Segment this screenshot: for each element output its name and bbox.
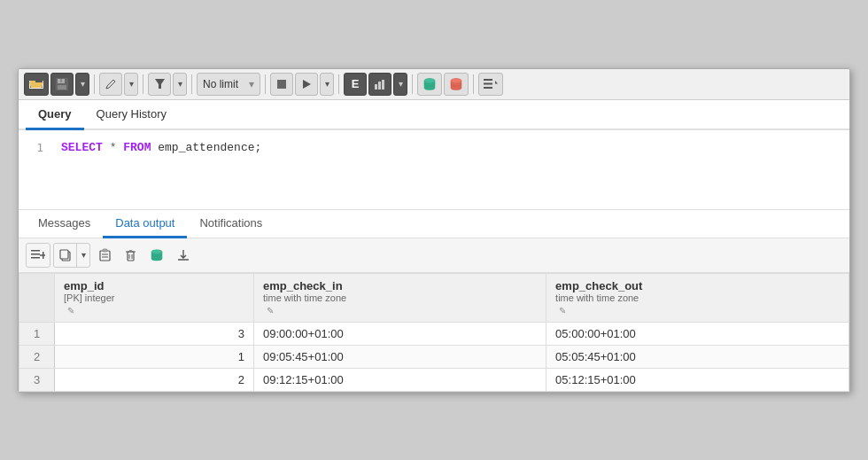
- emp-check-in-cell: 09:00:00+01:00: [253, 322, 546, 345]
- svg-rect-5: [30, 81, 35, 83]
- copy-btn[interactable]: [54, 244, 77, 267]
- svg-rect-31: [103, 249, 107, 252]
- save-data-btn[interactable]: [144, 244, 169, 267]
- emp-id-cell: 1: [55, 345, 254, 368]
- emp-check-out-header: emp_check_out time with time zone ✎: [546, 273, 849, 322]
- row-num-cell: 3: [19, 368, 55, 391]
- no-limit-label: No limit: [198, 78, 244, 90]
- emp-check-out-cell: 05:12:15+01:00: [546, 368, 849, 391]
- keyword-select: SELECT: [61, 141, 103, 154]
- code-content[interactable]: SELECT * FROM emp_attendence;: [54, 139, 849, 200]
- emp-check-in-header: emp_check_in time with time zone ✎: [253, 273, 546, 322]
- stop-btn[interactable]: [270, 73, 293, 96]
- emp-id-cell: 3: [55, 322, 254, 345]
- db2-btn[interactable]: [444, 73, 469, 96]
- svg-rect-13: [375, 84, 377, 90]
- save-dropdown-btn[interactable]: ▾: [75, 73, 89, 96]
- emp-id-header: emp_id [PK] integer ✎: [55, 273, 254, 322]
- notifications-tab[interactable]: Notifications: [187, 210, 275, 238]
- operator-star: *: [110, 141, 124, 154]
- svg-marker-10: [155, 79, 165, 89]
- svg-rect-20: [484, 79, 492, 81]
- emp-check-out-cell: 05:00:00+01:00: [546, 322, 849, 345]
- list-btn[interactable]: [478, 73, 503, 96]
- paste-btn[interactable]: [93, 244, 116, 267]
- db1-btn[interactable]: [417, 73, 442, 96]
- data-output-tab[interactable]: Data output: [103, 210, 187, 238]
- svg-rect-30: [100, 251, 110, 261]
- emp-check-in-edit-icon[interactable]: ✎: [267, 306, 274, 316]
- row-num-cell: 1: [19, 322, 55, 345]
- explain-btn[interactable]: E: [344, 73, 367, 96]
- line-numbers: 1: [19, 139, 54, 200]
- filter-dropdown-btn[interactable]: ▾: [173, 73, 187, 96]
- table-row: 1 3 09:00:00+01:00 05:00:00+01:00: [19, 322, 849, 345]
- toolbar: ▾ ▾ ▾ No limit ▾: [19, 69, 849, 100]
- main-window: ▾ ▾ ▾ No limit ▾: [18, 68, 850, 393]
- svg-rect-25: [31, 257, 40, 259]
- keyword-from: FROM: [123, 141, 151, 154]
- svg-rect-2: [29, 88, 43, 89]
- emp-id-cell: 2: [55, 368, 254, 391]
- emp-check-out-edit-icon[interactable]: ✎: [559, 306, 566, 316]
- main-tabs-bar: Query Query History: [19, 100, 849, 130]
- emp-check-in-cell: 09:05:45+01:00: [253, 345, 546, 368]
- svg-marker-12: [303, 80, 311, 89]
- query-editor: 1 SELECT * FROM emp_attendence;: [19, 130, 849, 210]
- data-table-wrapper: emp_id [PK] integer ✎ emp_check_in time …: [19, 273, 849, 392]
- edit-btn[interactable]: [99, 73, 122, 96]
- messages-tab[interactable]: Messages: [26, 210, 103, 238]
- delete-row-btn[interactable]: [119, 244, 142, 267]
- data-toolbar: ▾: [19, 238, 849, 273]
- copy-dropdown-btn[interactable]: ▾: [77, 244, 89, 267]
- svg-point-19: [451, 78, 461, 82]
- no-limit-dropdown[interactable]: No limit ▾: [197, 73, 260, 96]
- svg-rect-22: [484, 87, 492, 89]
- row-num-cell: 2: [19, 345, 55, 368]
- data-table: emp_id [PK] integer ✎ emp_check_in time …: [19, 273, 849, 392]
- run-dropdown-btn[interactable]: ▾: [320, 73, 334, 96]
- table-name: emp_attendence;: [158, 141, 261, 154]
- open-folder-btn[interactable]: [24, 73, 49, 96]
- emp-check-out-cell: 05:05:45+01:00: [546, 345, 849, 368]
- table-row: 2 1 09:05:45+01:00 05:05:45+01:00: [19, 345, 849, 368]
- download-btn[interactable]: [172, 244, 195, 267]
- edit-dropdown-btn[interactable]: ▾: [124, 73, 138, 96]
- svg-rect-8: [60, 79, 62, 82]
- line-number-1: 1: [29, 141, 43, 154]
- svg-rect-15: [382, 80, 384, 90]
- emp-id-edit-icon[interactable]: ✎: [67, 306, 74, 316]
- save-btn[interactable]: [50, 73, 74, 96]
- svg-rect-23: [31, 250, 40, 252]
- svg-rect-36: [129, 250, 132, 252]
- query-history-tab[interactable]: Query History: [84, 100, 179, 130]
- svg-rect-11: [277, 80, 286, 89]
- svg-rect-14: [378, 82, 381, 90]
- table-header-row: emp_id [PK] integer ✎ emp_check_in time …: [19, 273, 849, 322]
- svg-rect-9: [58, 85, 66, 90]
- add-row-group: [26, 243, 50, 268]
- bottom-tabs-bar: Messages Data output Notifications: [19, 210, 849, 238]
- emp-check-in-cell: 09:12:15+01:00: [253, 368, 546, 391]
- add-row-btn[interactable]: [27, 244, 50, 267]
- run-btn[interactable]: [295, 73, 318, 96]
- svg-rect-24: [31, 253, 40, 255]
- row-number-header: [19, 273, 55, 322]
- svg-rect-21: [484, 83, 492, 85]
- filter-btn[interactable]: [148, 73, 171, 96]
- table-row: 3 2 09:12:15+01:00 05:12:15+01:00: [19, 368, 849, 391]
- query-tab[interactable]: Query: [26, 100, 84, 130]
- analyze-btn[interactable]: [368, 73, 391, 96]
- analyze-dropdown-btn[interactable]: ▾: [393, 73, 407, 96]
- svg-point-40: [151, 249, 162, 253]
- svg-rect-34: [128, 252, 134, 261]
- svg-rect-27: [40, 254, 45, 256]
- svg-point-17: [424, 78, 435, 82]
- copy-group: ▾: [53, 243, 90, 268]
- svg-rect-29: [60, 250, 68, 259]
